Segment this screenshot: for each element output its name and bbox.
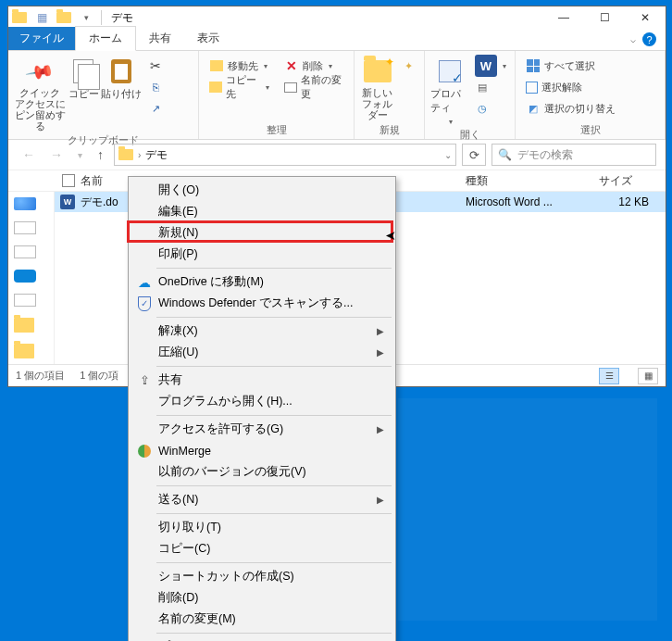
ctx-onedrive[interactable]: ☁OneDrive に移動(M) <box>131 271 393 293</box>
word-icon: W <box>475 55 497 77</box>
nav-back-icon[interactable]: ← <box>18 147 40 162</box>
winmerge-icon <box>136 443 153 459</box>
ctx-sep <box>156 633 392 634</box>
cursor-icon: ➤ <box>385 228 396 243</box>
selectnone-label: 選択解除 <box>541 81 582 94</box>
ctx-print[interactable]: 印刷(P) <box>131 244 393 265</box>
view-details-button[interactable]: ☰ <box>599 368 619 384</box>
tree-item-icon[interactable] <box>14 245 36 258</box>
ctx-grantaccess[interactable]: アクセスを許可する(G)▶ <box>131 419 393 440</box>
context-menu: 開く(O) 編集(E) 新規(N) 印刷(P) ☁OneDrive に移動(M)… <box>128 176 396 641</box>
copypath-icon: ⎘ <box>148 80 163 94</box>
address-path: デモ <box>145 147 168 163</box>
delete-button[interactable]: ✕削除▾ <box>281 57 348 75</box>
copy-button[interactable]: コピー <box>66 55 101 101</box>
selectnone-icon <box>526 82 538 94</box>
tab-view[interactable]: 表示 <box>184 27 232 50</box>
ctx-sep <box>156 485 392 486</box>
tree-item-icon[interactable] <box>14 221 36 234</box>
search-box[interactable]: 🔍 デモの検索 <box>492 144 656 166</box>
tree-folder-icon[interactable] <box>14 318 36 333</box>
rename-icon <box>284 82 297 93</box>
maximize-button[interactable]: ☐ <box>584 6 625 29</box>
tab-file[interactable]: ファイル <box>8 27 75 50</box>
pin-icon: 📌 <box>24 56 56 87</box>
share-icon: ⇪ <box>136 372 153 389</box>
selectall-button[interactable]: すべて選択 <box>523 57 618 75</box>
tree-item-icon[interactable] <box>14 294 36 307</box>
nav-up-icon[interactable]: ↑ <box>93 147 108 162</box>
newitem-button[interactable]: ✦ <box>398 57 418 75</box>
group-organize: 移動先▾ コピー先▾ ✕削除▾ 名前の変更 整理 <box>199 51 355 139</box>
ctx-open[interactable]: 開く(O) <box>131 180 393 201</box>
copypath-button[interactable]: ⎘ <box>145 78 166 96</box>
refresh-button[interactable]: ⟳ <box>462 144 486 166</box>
tree-onedrive-icon[interactable] <box>14 270 36 283</box>
scissors-icon: ✂ <box>148 58 163 73</box>
col-type[interactable]: 種類 <box>454 173 591 189</box>
ctx-shortcut[interactable]: ショートカットの作成(S) <box>131 566 393 587</box>
nav-recent-icon[interactable]: ▾ <box>73 150 87 160</box>
minimize-button[interactable]: — <box>543 6 584 29</box>
edit-icon: ▤ <box>475 80 490 94</box>
ctx-openwith[interactable]: プログラムから開く(H)... <box>131 391 393 412</box>
ctx-copy[interactable]: コピー(C) <box>131 538 393 559</box>
help-icon[interactable]: ? <box>642 32 656 46</box>
open-word-button[interactable]: W▾ <box>472 57 509 75</box>
ctx-extract[interactable]: 解凍(X)▶ <box>131 320 393 342</box>
pin-quickaccess-button[interactable]: 📌 クイック アクセスにピン留めする <box>14 55 66 132</box>
ctx-sep <box>156 513 392 514</box>
tab-home[interactable]: ホーム <box>75 26 136 51</box>
ctx-share[interactable]: ⇪共有 <box>131 370 393 391</box>
paste-button[interactable]: 貼り付け <box>101 55 142 101</box>
ctx-delete[interactable]: 削除(D) <box>131 587 393 609</box>
nav-tree[interactable] <box>8 192 55 364</box>
chevron-right-icon[interactable]: › <box>138 150 141 160</box>
tab-share[interactable]: 共有 <box>136 27 184 50</box>
ctx-sendto[interactable]: 送る(N)▶ <box>131 489 393 510</box>
quickaccess-icon[interactable] <box>14 197 36 210</box>
col-size[interactable]: サイズ <box>591 173 666 189</box>
file-name: デモ.do <box>81 195 118 210</box>
rename-button[interactable]: 名前の変更 <box>281 78 348 96</box>
ctx-cut[interactable]: 切り取り(T) <box>131 517 393 538</box>
qat-newfolder-icon[interactable] <box>56 9 72 26</box>
search-placeholder: デモの検索 <box>517 147 573 163</box>
ctx-new[interactable]: 新規(N) <box>131 222 393 244</box>
cut-button[interactable]: ✂ <box>145 57 166 75</box>
group-select-label: 選択 <box>521 121 659 137</box>
ctx-edit[interactable]: 編集(E) <box>131 201 393 222</box>
history-button[interactable]: ◷ <box>472 99 509 118</box>
moveto-button[interactable]: 移動先▾ <box>206 57 272 75</box>
copyto-button[interactable]: コピー先▾ <box>206 78 272 96</box>
paste-icon <box>111 59 131 83</box>
selectnone-button[interactable]: 選択解除 <box>523 78 618 96</box>
selectinvert-button[interactable]: ◩選択の切り替え <box>523 99 618 118</box>
address-bar[interactable]: › デモ ⌄ <box>114 144 456 166</box>
close-button[interactable]: ✕ <box>625 6 666 29</box>
checkbox-icon[interactable] <box>62 174 75 187</box>
selectall-icon <box>527 59 540 72</box>
ctx-rename[interactable]: 名前の変更(M) <box>131 609 393 630</box>
view-icons-button[interactable]: ▦ <box>638 368 658 384</box>
properties-button[interactable]: プロパティ▾ <box>430 55 468 126</box>
edit-button[interactable]: ▤ <box>472 78 509 96</box>
folder-icon <box>11 9 28 26</box>
newfolder-button[interactable]: ✦ 新しいフォルダー <box>360 55 394 120</box>
ctx-defender[interactable]: ✓Windows Defender でスキャンする... <box>131 293 393 314</box>
qat-dropdown-icon[interactable]: ▾ <box>78 9 94 26</box>
ctx-restore[interactable]: 以前のバージョンの復元(V) <box>131 461 393 483</box>
chevron-right-icon: ▶ <box>377 424 384 434</box>
nav-forward-icon[interactable]: → <box>45 147 68 162</box>
selectinvert-label: 選択の切り替え <box>544 102 616 116</box>
ctx-compress[interactable]: 圧縮(U)▶ <box>131 342 393 363</box>
ctx-properties[interactable]: プロパティ(R) <box>131 636 393 641</box>
status-selected: 1 個の項 <box>80 369 118 383</box>
paste-shortcut-button[interactable]: ↗ <box>145 99 166 118</box>
ctx-winmerge[interactable]: WinMerge <box>131 440 393 461</box>
ribbon-collapse-icon[interactable]: ⌵ <box>630 34 636 44</box>
tree-folder-icon[interactable] <box>14 344 36 358</box>
qat-properties-icon[interactable]: ▦ <box>33 9 50 26</box>
copyto-icon <box>209 82 222 93</box>
address-dropdown-icon[interactable]: ⌄ <box>444 150 452 160</box>
